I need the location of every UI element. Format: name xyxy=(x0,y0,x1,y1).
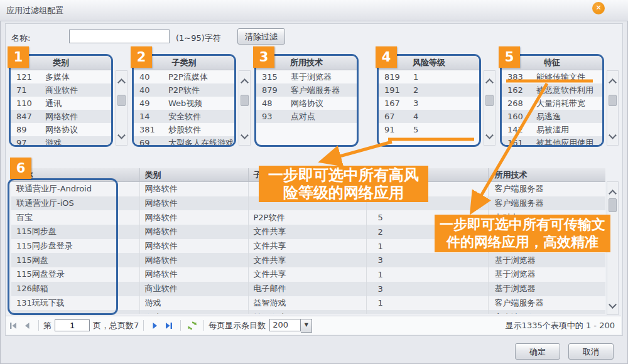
item-count: 40 xyxy=(134,83,161,97)
item-count: 160 xyxy=(502,110,529,123)
table-cell: 客户端服务器 xyxy=(488,310,605,314)
next-page-icon[interactable] xyxy=(150,321,160,331)
list-item[interactable]: 14安全软件 xyxy=(134,110,234,123)
item-label: Web视频 xyxy=(168,99,202,108)
item-label: 能够传输文件 xyxy=(536,72,585,82)
step-badge-1: 1 xyxy=(8,46,29,68)
list-item[interactable]: 97游戏 xyxy=(11,136,111,147)
scrollbar-track[interactable] xyxy=(116,70,127,146)
list-item[interactable]: 161被其他应用使用 xyxy=(502,136,602,147)
callout-transfer-note: 一步即可选中所有可传输文件的网络应用，高效精准 xyxy=(435,215,610,252)
scroll-down-icon[interactable] xyxy=(607,129,618,139)
step-badge-4: 4 xyxy=(376,46,397,68)
item-label: 客户端服务器 xyxy=(291,85,340,95)
list-item[interactable]: 1673 xyxy=(379,97,479,110)
list-item[interactable]: 674 xyxy=(379,110,479,123)
scrollbar-thumb[interactable] xyxy=(117,95,126,106)
per-page-select[interactable]: 200 ▼ xyxy=(269,319,312,333)
list-item[interactable]: 93点对点 xyxy=(256,110,357,123)
scrollbar-thumb[interactable] xyxy=(241,95,249,106)
list-item[interactable]: 40P2P流媒体 xyxy=(134,70,234,83)
list-item[interactable]: 160易逃逸 xyxy=(502,110,602,123)
list-item[interactable]: 121多媒体 xyxy=(11,70,111,83)
item-count: 161 xyxy=(502,136,529,147)
list-item[interactable]: 315基于浏览器 xyxy=(256,70,357,83)
scrollbar-track[interactable] xyxy=(239,70,251,146)
scrollbar-track[interactable] xyxy=(607,70,619,146)
table-cell: 115同步盘登录 xyxy=(11,239,139,254)
list-item[interactable]: 162被恶意软件利用 xyxy=(502,83,602,97)
column-header[interactable]: 类别 xyxy=(139,168,248,182)
list-item[interactable]: 48网络协议 xyxy=(256,97,357,110)
list-item[interactable]: 89网络协议 xyxy=(11,123,111,136)
table-row[interactable]: 126邮箱商业软件电子邮件3基于浏览器 xyxy=(11,282,605,296)
list-item[interactable]: 1912 xyxy=(379,83,479,97)
table-cell: 文件共享 xyxy=(248,225,366,239)
scrollbar-track[interactable] xyxy=(484,70,495,146)
table-row[interactable]: 131玩玩下载游戏益智游戏1客户端服务器 xyxy=(11,296,605,311)
table-row[interactable]: 115网盘登录网络软件文件共享1基于浏览器 xyxy=(11,267,605,282)
scroll-down-icon[interactable] xyxy=(484,129,495,139)
table-cell: 联通营业厅-Android xyxy=(11,182,139,196)
table-cell: 文件共享 xyxy=(248,253,366,267)
list-item[interactable]: 879客户端服务器 xyxy=(256,83,357,97)
scroll-up-icon[interactable] xyxy=(239,76,250,86)
ok-button[interactable]: 确定 xyxy=(515,343,560,360)
clear-filter-button[interactable]: 清除过滤 xyxy=(237,28,285,45)
scrollbar-thumb[interactable] xyxy=(609,198,617,212)
scroll-up-icon[interactable] xyxy=(484,76,495,86)
table-cell: 115网盘登录 xyxy=(11,267,139,282)
dialog-titlebar: 应用过滤组配置 ✕ xyxy=(0,0,628,21)
item-label: 4 xyxy=(413,112,418,121)
cancel-button[interactable]: 取消 xyxy=(568,343,614,360)
list-item[interactable]: 49Web视频 xyxy=(134,97,234,110)
column-header[interactable]: 所用技术 xyxy=(488,168,605,182)
scroll-down-icon[interactable] xyxy=(239,129,250,139)
table-cell: 网络软件 xyxy=(139,253,248,267)
scroll-down-icon[interactable] xyxy=(116,129,127,139)
last-page-icon[interactable] xyxy=(164,321,174,331)
table-cell: 客户端服务器 xyxy=(488,182,605,196)
list-item[interactable]: 110通讯 xyxy=(11,97,111,110)
scroll-up-icon[interactable] xyxy=(607,187,618,197)
scroll-down-icon[interactable] xyxy=(607,298,618,308)
table-cell: 电子邮件 xyxy=(248,282,366,296)
table-cell: 126邮箱 xyxy=(11,282,139,296)
step-badge-6: 6 xyxy=(10,158,31,179)
list-item[interactable]: 268大量消耗带宽 xyxy=(502,97,602,110)
list-item[interactable]: 40P2P软件 xyxy=(134,83,234,97)
name-input[interactable] xyxy=(69,29,170,43)
list-item[interactable]: 383能够传输文件 xyxy=(502,70,602,83)
table-row[interactable]: 115网盘网络软件文件共享3基于浏览器 xyxy=(11,253,605,267)
refresh-icon[interactable] xyxy=(187,321,197,331)
table-cell: 网络软件 xyxy=(139,225,248,239)
scroll-up-icon[interactable] xyxy=(607,76,618,86)
list-item[interactable]: 915 xyxy=(379,123,479,136)
list-item[interactable]: 847网络软件 xyxy=(11,110,111,123)
table-cell: 网络软件 xyxy=(139,196,248,211)
table-cell: 网络软件 xyxy=(139,182,248,196)
list-item[interactable]: 381炒股软件 xyxy=(134,123,234,136)
list-item[interactable]: 71商业软件 xyxy=(11,83,111,97)
scroll-up-icon[interactable] xyxy=(116,76,127,86)
list-item[interactable]: 8191 xyxy=(379,70,479,83)
close-icon[interactable]: ✕ xyxy=(592,2,605,14)
prev-page-icon[interactable] xyxy=(22,321,32,331)
item-label: 多媒体 xyxy=(45,72,70,82)
scrollbar-thumb[interactable] xyxy=(485,95,494,106)
item-count: 48 xyxy=(256,97,283,110)
scrollbar-thumb[interactable] xyxy=(609,95,617,106)
table-row[interactable]: 131玩玩游戏游戏益智游戏1客户端服务器 xyxy=(11,310,605,314)
item-label: 易被滥用 xyxy=(536,125,569,134)
item-label: 通讯 xyxy=(45,99,62,108)
first-page-icon[interactable] xyxy=(8,321,18,331)
item-count: 847 xyxy=(11,110,38,123)
item-label: 大型多人在线游戏 xyxy=(168,138,234,147)
list-item[interactable]: 69大型多人在线游戏 xyxy=(134,136,234,147)
item-label: P2P流媒体 xyxy=(168,72,208,82)
chevron-down-icon[interactable]: ▼ xyxy=(301,319,312,333)
table-range-text: 显示1335个表项中的 1 - 200 xyxy=(506,320,621,331)
list-item[interactable]: 142易被滥用 xyxy=(502,123,602,136)
page-number-input[interactable] xyxy=(55,319,90,331)
subcategory-listbox: 子类别 40P2P流媒体40P2P软件49Web视频14安全软件381炒股软件6… xyxy=(132,54,236,147)
